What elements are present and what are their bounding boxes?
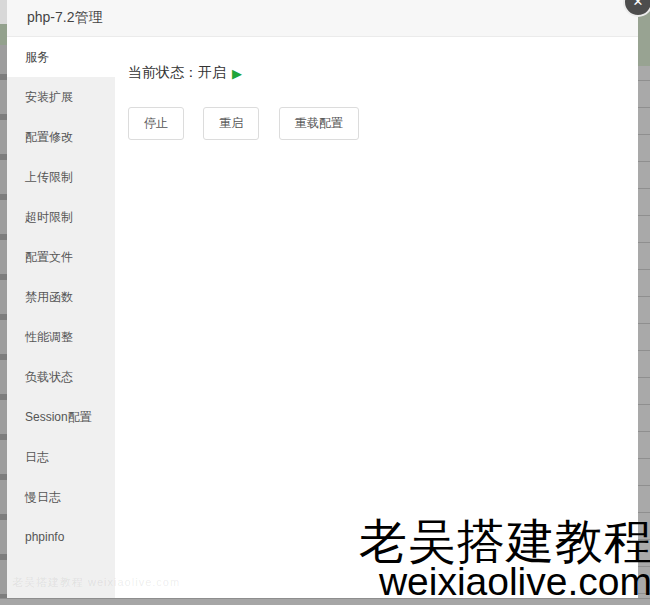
current-status-row: 当前状态： 开启 ▶ — [128, 64, 638, 82]
running-play-icon: ▶ — [232, 67, 242, 80]
sidebar-item-performance-tuning[interactable]: 性能调整 — [7, 317, 115, 357]
service-tab-panel: 当前状态： 开启 ▶ 停止 重启 重载配置 — [115, 37, 638, 598]
sidebar-item-disabled-functions[interactable]: 禁用函数 — [7, 277, 115, 317]
sidebar-item-install-extensions[interactable]: 安装扩展 — [7, 77, 115, 117]
dialog-title: php-7.2管理 — [27, 9, 102, 27]
sidebar-item-config-file[interactable]: 配置文件 — [7, 237, 115, 277]
service-actions-row: 停止 重启 重载配置 — [128, 107, 638, 140]
stop-button[interactable]: 停止 — [128, 107, 184, 140]
sidebar-item-session-config[interactable]: Session配置 — [7, 397, 115, 437]
status-value: 开启 — [198, 64, 226, 82]
dialog-title-bar: php-7.2管理 — [7, 0, 638, 37]
sidebar-item-phpinfo[interactable]: phpinfo — [7, 517, 115, 557]
sidebar-item-log[interactable]: 日志 — [7, 437, 115, 477]
restart-button[interactable]: 重启 — [203, 107, 259, 140]
dialog-sidebar: 服务 安装扩展 配置修改 上传限制 超时限制 配置文件 禁用函数 性能调整 负载… — [7, 37, 115, 598]
status-label: 当前状态： — [128, 64, 198, 82]
dimmed-page-right-edge — [638, 0, 650, 605]
sidebar-item-timeout-limit[interactable]: 超时限制 — [7, 197, 115, 237]
sidebar-item-service[interactable]: 服务 — [7, 37, 115, 77]
sidebar-item-slow-log[interactable]: 慢日志 — [7, 477, 115, 517]
sidebar-item-config-modify[interactable]: 配置修改 — [7, 117, 115, 157]
dimmed-page-left-edge — [0, 0, 7, 605]
php-manage-dialog: php-7.2管理 服务 安装扩展 配置修改 上传限制 超时限制 配置文件 禁用… — [7, 0, 638, 598]
sidebar-item-load-status[interactable]: 负载状态 — [7, 357, 115, 397]
reload-config-button[interactable]: 重载配置 — [279, 107, 359, 140]
sidebar-item-upload-limit[interactable]: 上传限制 — [7, 157, 115, 197]
dimmed-page-bottom-edge — [0, 598, 650, 605]
